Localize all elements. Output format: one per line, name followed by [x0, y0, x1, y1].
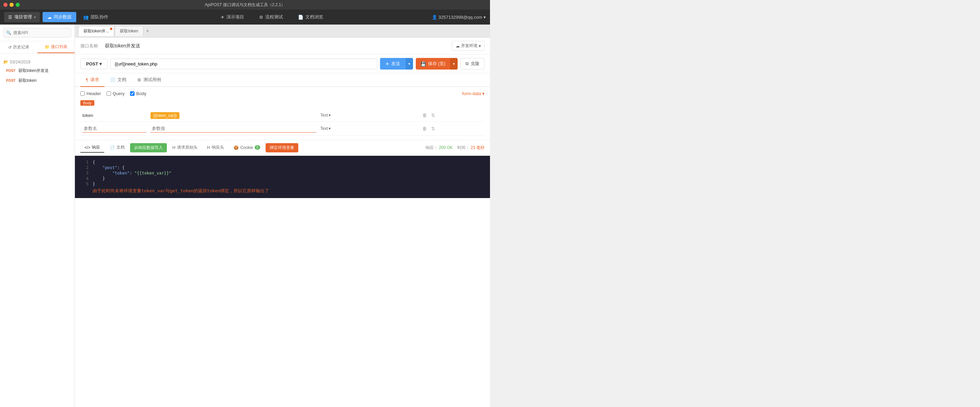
save-button[interactable]: 💾 保存 (至): [416, 58, 450, 70]
resp-tab-req-head[interactable]: H 请求原始头: [168, 143, 202, 153]
flow-test-button[interactable]: ⚙ 流程测试: [252, 12, 290, 22]
team-collab-button[interactable]: 👥 团队协作: [79, 12, 112, 22]
form-data-select[interactable]: form-data ▾: [462, 91, 485, 96]
h-req-icon: H: [172, 145, 175, 150]
param-name-1: token: [80, 109, 148, 122]
flow-label: 流程测试: [265, 14, 283, 20]
param-actions-2: 🗑 ⇅: [422, 125, 442, 132]
demo-project-button[interactable]: ✈ 演示项目: [214, 12, 251, 22]
param-type-label-2: Text: [320, 126, 328, 131]
param-type-1[interactable]: Text ▾: [320, 113, 355, 118]
method-chevron-icon: ▾: [99, 61, 102, 67]
env-label: 开发环境: [461, 43, 477, 49]
code-line-2: 2 "post": {: [80, 165, 485, 170]
method-value: POST: [86, 61, 98, 67]
bind-env-button[interactable]: 绑定环境变量: [266, 143, 298, 152]
code-content-2: "post": {: [92, 165, 125, 170]
bind-env-label: 绑定环境变量: [270, 145, 294, 150]
maximize-button[interactable]: [16, 3, 20, 7]
params-table: token {{token_var}} Text ▾ �: [80, 109, 485, 136]
method-select[interactable]: POST ▾: [80, 59, 108, 69]
save-label: 保存 (至): [428, 61, 445, 67]
import-from-response-button[interactable]: 从响应数据导入: [130, 143, 167, 152]
folder-icon: 📂: [3, 60, 8, 64]
doc-browse-button[interactable]: 📄 文档浏览: [291, 12, 330, 22]
window-title: ApiPOST 接口调试与文档生成工具（2.2.1）: [205, 2, 285, 8]
pilcrow-icon: ¶: [86, 77, 88, 83]
url-input[interactable]: [110, 59, 377, 69]
api-name-label: 接口名称: [80, 43, 101, 49]
send-button-wrapper: ✈ 发送 ▾: [380, 58, 413, 70]
api-name-input[interactable]: [105, 43, 448, 49]
req-tab-doc[interactable]: 📄 文档: [105, 73, 132, 87]
param-value-input-2[interactable]: [151, 124, 317, 132]
doc-label: 文档浏览: [305, 14, 323, 20]
code-content-1: {: [92, 160, 95, 164]
tab-history[interactable]: ↺ 历史记录: [0, 41, 37, 53]
param-value-cell-1: {{token_var}}: [148, 109, 318, 122]
param-name-2: [80, 122, 148, 136]
search-wrapper: 🔍: [3, 28, 71, 37]
search-input[interactable]: [3, 28, 71, 37]
req-tab-request[interactable]: ¶ 请求: [80, 73, 105, 87]
delete-param-2-button[interactable]: 🗑: [422, 125, 428, 132]
tab-item-1[interactable]: 获取token并...: [78, 26, 114, 36]
tab-label-2: 获取token: [120, 28, 138, 34]
env-select[interactable]: ☁ 开发环境 ▾: [452, 41, 485, 51]
delete-param-1-button[interactable]: 🗑: [422, 112, 428, 119]
sort-param-1-button[interactable]: ⇅: [430, 112, 436, 119]
left-panel: 🔍 ↺ 历史记录 📁 接口列表 📂 03/24/2019 POST: [0, 24, 75, 407]
minimize-button[interactable]: [10, 3, 14, 7]
add-tab-button[interactable]: +: [144, 28, 151, 34]
h-resp-icon: H: [207, 145, 210, 150]
table-row: token {{token_var}} Text ▾ �: [80, 109, 485, 122]
query-checkbox[interactable]: [107, 91, 111, 96]
code-line-1: 1 {: [80, 160, 485, 164]
time-value: 23 毫秒: [471, 145, 485, 150]
header-checkbox[interactable]: [80, 91, 85, 96]
header-checkbox-label[interactable]: Header: [80, 91, 101, 96]
param-type-cell-1: Text ▾: [318, 109, 420, 122]
date-group: 📂 03/24/2019 POST 获取token并发送 POST 获取toke…: [3, 56, 71, 88]
param-value-cell-2: [148, 122, 318, 136]
resp-tab-resp-head[interactable]: H 响应头: [203, 143, 228, 153]
param-name-input-2[interactable]: [83, 124, 146, 132]
save-button-wrapper: 💾 保存 (至) ▾: [416, 58, 458, 70]
save-split-button[interactable]: ▾: [450, 58, 458, 70]
close-button[interactable]: [3, 3, 8, 7]
body-checkbox-label[interactable]: Body: [130, 91, 146, 96]
tab-item-2[interactable]: 获取token: [115, 26, 143, 36]
send-split-button[interactable]: ▾: [406, 58, 413, 70]
line-num-2: 2: [80, 165, 89, 170]
checkbox-row: Header Query Body form-data ▾: [80, 91, 485, 96]
resp-tab-doc[interactable]: 📄 文档: [105, 143, 129, 153]
param-type-2[interactable]: Text ▾: [320, 126, 355, 131]
doc-icon: 📄: [298, 14, 304, 20]
body-checkbox-text: Body: [136, 91, 146, 96]
param-actions-cell-1: 🗑 ⇅: [420, 109, 485, 122]
sync-data-button[interactable]: ☁ 同步数据: [43, 12, 76, 22]
cloud-icon: ☁: [47, 14, 52, 20]
api-item-2[interactable]: POST 获取token: [3, 76, 71, 86]
demo-label: 演示项目: [226, 14, 244, 20]
sort-param-2-button[interactable]: ⇅: [430, 125, 436, 132]
code-content-4: }: [92, 176, 105, 181]
req-tab-test[interactable]: ⚙ 测试用例: [132, 73, 167, 87]
left-tabs: ↺ 历史记录 📁 接口列表: [0, 41, 75, 54]
title-bar: ApiPOST 接口调试与文档生成工具（2.2.1）: [0, 0, 490, 10]
date-value: 03/24/2019: [10, 60, 30, 64]
url-row: POST ▾ ✈ 发送 ▾ 💾 保存 (至) ▾: [75, 54, 490, 73]
api-item-1[interactable]: POST 获取token并发送: [3, 66, 71, 76]
resp-tab-cookie[interactable]: 🍪 Cookie 0: [229, 144, 264, 152]
resp-head-label: 响应头: [212, 145, 224, 150]
body-checkbox[interactable]: [130, 91, 135, 96]
toolbar-center: ✈ 演示项目 ⚙ 流程测试 📄 文档浏览: [115, 12, 429, 22]
project-management-button[interactable]: ☰ 项目管理 ▾: [4, 12, 40, 22]
query-checkbox-label[interactable]: Query: [107, 91, 125, 96]
tab-api-list[interactable]: 📁 接口列表: [37, 41, 75, 53]
history-section: 📂 03/24/2019 POST 获取token并发送 POST 获取toke…: [0, 54, 75, 90]
history-icon: ↺: [8, 45, 11, 50]
resp-tab-response[interactable]: </> 响应: [80, 143, 104, 153]
clone-button[interactable]: ⧉ 克隆: [460, 58, 485, 70]
send-button[interactable]: ✈ 发送: [380, 58, 406, 70]
